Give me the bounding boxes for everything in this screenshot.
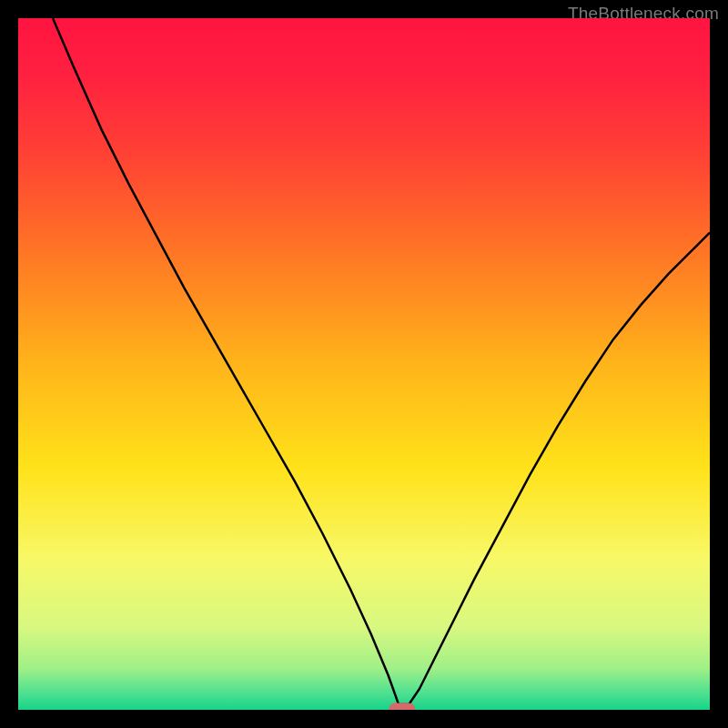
plot-background (18, 18, 710, 710)
chart-frame: TheBottleneck.com (0, 0, 728, 728)
bottleneck-chart (18, 18, 710, 710)
optimal-marker (389, 703, 415, 710)
